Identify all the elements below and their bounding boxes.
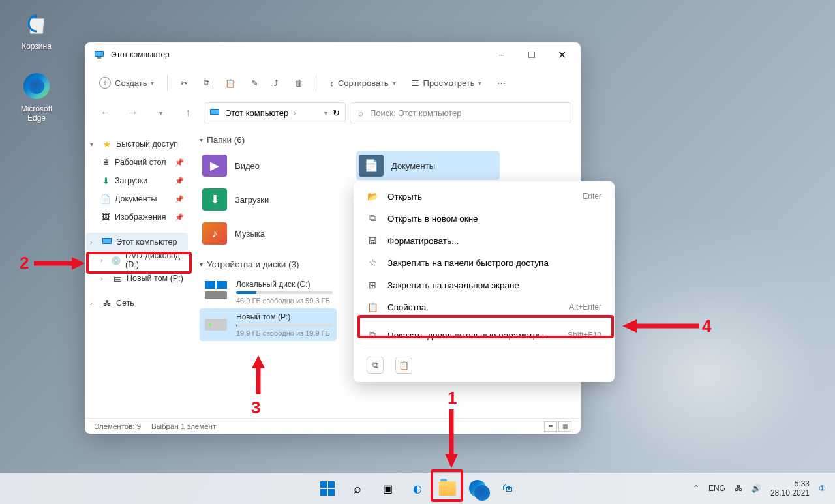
disc-icon: 💿 [111, 255, 121, 265]
up-button[interactable]: ↑ [176, 101, 200, 125]
share-button[interactable]: ⤴ [267, 71, 285, 95]
minimize-button[interactable]: – [487, 44, 517, 65]
ctx-paste-button[interactable]: 📋 [395, 357, 412, 374]
sidebar-item-downloads[interactable]: ⬇ Загрузки 📌 [86, 171, 188, 190]
pin-start-icon: ⊞ [367, 280, 378, 290]
sidebar-item-network[interactable]: › 🖧 Сеть [86, 294, 188, 312]
more-icon: ⧉ [367, 330, 378, 340]
taskbar-edge[interactable] [464, 475, 491, 501]
sidebar-item-desktop[interactable]: 🖥 Рабочий стол 📌 [86, 153, 188, 171]
chevron-down-icon[interactable]: ▾ [149, 101, 172, 125]
tray-volume-icon[interactable]: 🔊 [752, 484, 761, 493]
back-button[interactable]: ← [94, 101, 117, 125]
titlebar[interactable]: Этот компьютер – □ ✕ [85, 42, 581, 67]
sidebar-item-pictures[interactable]: 🖼 Изображения 📌 [86, 208, 188, 226]
ctx-show-more-options[interactable]: ⧉ Показать дополнительные параметры Shif… [357, 324, 611, 346]
more-button[interactable]: ⋯ [491, 71, 512, 95]
task-view-icon: ▣ [383, 482, 393, 495]
create-button[interactable]: + Создать ▾ [93, 71, 160, 95]
folder-tile-music[interactable]: ♪ Музыка [200, 219, 343, 248]
svg-rect-4 [211, 110, 219, 114]
copy-button[interactable]: ⧉ [197, 71, 216, 95]
tray-network-icon[interactable]: 🖧 [735, 484, 742, 493]
search-input[interactable]: ⌕ Поиск: Этот компьютер [350, 102, 571, 123]
tray-clock[interactable]: 5:33 28.10.2021 [770, 479, 810, 498]
tray-language[interactable]: ENG [708, 484, 725, 493]
taskbar: ⌕ ▣ ◐ 🛍 ⌃ ENG 🖧 🔊 5:33 28.10.2021 ① [0, 473, 835, 504]
paste-icon: 📋 [225, 78, 235, 88]
svg-rect-7 [205, 281, 215, 289]
refresh-button[interactable]: ↻ [333, 108, 340, 118]
sidebar-item-new-volume[interactable]: › 🖴 Новый том (P:) [86, 269, 188, 288]
taskbar-widgets[interactable]: ◐ [404, 475, 431, 501]
section-folders[interactable]: ▾ Папки (6) [200, 135, 570, 145]
drive-tile-c[interactable]: Локальный диск (C:) 46,9 ГБ свободно из … [200, 276, 337, 308]
svg-rect-6 [103, 239, 111, 243]
folder-tile-documents[interactable]: 📄 Документы [356, 151, 500, 180]
taskbar-search-button[interactable]: ⌕ [344, 475, 371, 501]
ctx-pin-quick-access[interactable]: ☆ Закрепить на панели быстрого доступа [357, 252, 611, 274]
drive-icon: 🖴 [112, 273, 123, 284]
scissors-icon: ✂ [181, 78, 188, 88]
ctx-copy-button[interactable]: ⧉ [367, 357, 384, 374]
view-tiles-button[interactable]: ▦ [558, 421, 571, 432]
folder-tile-video[interactable]: ▶ Видео [200, 151, 343, 180]
sort-icon: ↕ [329, 78, 334, 88]
widgets-icon: ◐ [413, 482, 422, 495]
new-window-icon: ⧉ [367, 213, 378, 224]
music-icon: ♪ [202, 222, 227, 245]
star-icon: ★ [102, 139, 112, 149]
edge-icon [21, 70, 52, 102]
delete-button[interactable]: 🗑 [288, 71, 309, 95]
desktop-icon-edge[interactable]: Microsoft Edge [12, 70, 61, 123]
pin-icon: ☆ [367, 258, 378, 268]
ctx-format[interactable]: 🖫 Форматировать... [357, 230, 611, 252]
search-icon: ⌕ [354, 481, 361, 496]
folder-tile-downloads[interactable]: ⬇ Загрузки [200, 185, 343, 214]
ctx-open[interactable]: 📂 Открыть Enter [357, 185, 611, 207]
recycle-bin-icon [21, 8, 52, 39]
download-icon: ⬇ [100, 175, 111, 186]
tray-chevron-up-icon[interactable]: ⌃ [693, 484, 699, 493]
tray-notifications-icon[interactable]: ① [819, 484, 826, 493]
pin-icon: 📌 [175, 158, 184, 167]
maximize-button[interactable]: □ [517, 44, 547, 65]
picture-icon: 🖼 [100, 212, 111, 222]
ctx-open-new-window[interactable]: ⧉ Открыть в новом окне [357, 207, 611, 230]
copy-icon: ⧉ [204, 78, 209, 88]
drive-tile-p[interactable]: Новый том (P:) 19,9 ГБ свободно из 19,9 … [200, 308, 337, 341]
sidebar-item-this-pc[interactable]: › Этот компьютер [86, 233, 188, 251]
close-button[interactable]: ✕ [547, 44, 577, 65]
document-icon: 📄 [359, 155, 384, 177]
rename-button[interactable]: ✎ [245, 71, 265, 95]
chevron-down-icon[interactable]: ▾ [324, 110, 327, 117]
desktop-icon-label: Microsoft Edge [12, 104, 61, 123]
taskbar-store[interactable]: 🛍 [494, 475, 521, 501]
forward-button[interactable]: → [121, 101, 145, 125]
pin-icon: 📌 [175, 177, 184, 185]
document-icon: 📄 [100, 194, 111, 204]
svg-rect-10 [205, 319, 227, 331]
sidebar-item-documents[interactable]: 📄 Документы 📌 [86, 190, 188, 208]
desktop-icon-recycle-bin[interactable]: Корзина [12, 8, 61, 51]
drive-icon [204, 312, 228, 333]
address-input[interactable]: Этот компьютер › ▾ ↻ [204, 102, 346, 123]
start-button[interactable] [314, 475, 341, 501]
taskbar-explorer[interactable] [434, 475, 461, 501]
search-icon: ⌕ [358, 108, 363, 118]
sidebar-item-quick-access[interactable]: ▾ ★ Быстрый доступ [86, 135, 188, 153]
sort-button[interactable]: ↕ Сортировать ▾ [323, 71, 402, 95]
this-pc-icon [102, 237, 112, 247]
ctx-pin-start[interactable]: ⊞ Закрепить на начальном экране [357, 274, 611, 296]
view-button[interactable]: ☲ Просмотреть ▾ [405, 71, 489, 95]
sidebar-item-dvd[interactable]: › 💿 DVD-дисковод (D:) [86, 251, 188, 269]
svg-rect-9 [205, 291, 227, 299]
ctx-properties[interactable]: 📋 Свойства Alt+Enter [357, 296, 611, 318]
cut-button[interactable]: ✂ [174, 71, 194, 95]
svg-rect-2 [97, 57, 101, 59]
this-pc-icon [94, 50, 104, 60]
view-details-button[interactable]: ≣ [544, 421, 557, 432]
taskbar-task-view[interactable]: ▣ [374, 475, 401, 501]
paste-button[interactable]: 📋 [219, 71, 242, 95]
share-icon: ⤴ [274, 78, 279, 88]
